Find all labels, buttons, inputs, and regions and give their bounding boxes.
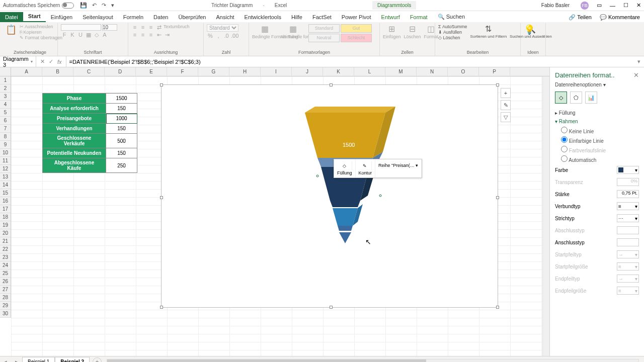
row-header[interactable]: 14 [0,181,11,189]
sheet-tab-active[interactable]: Beispiel 2 [55,357,90,363]
col-header[interactable]: F [167,67,198,76]
row-header[interactable]: 17 [0,205,11,213]
tab-format[interactable]: Format [405,12,433,22]
col-header[interactable]: K [323,67,354,76]
pane-tab-fill-icon[interactable]: ◇ [555,92,567,104]
row-header[interactable]: 12 [0,165,11,173]
col-header[interactable]: B [42,67,73,76]
mini-fill[interactable]: ◇Füllung [334,159,356,177]
tab-factset[interactable]: FactSet [307,12,337,22]
toggle-icon[interactable] [62,3,74,9]
enter-formula-icon[interactable]: ✓ [49,58,53,65]
formula-input[interactable]: =DATENREIHE('Beispiel 2'!$B$6;;'Beispiel… [66,59,634,65]
transparency-input[interactable]: 0% [617,178,639,186]
row-header[interactable]: 29 [0,302,11,310]
ideas-button[interactable]: 💡 [524,24,535,35]
tab-view[interactable]: Ansicht [211,12,239,22]
color-picker[interactable]: ▾ [617,166,639,174]
close-icon[interactable]: ✕ [636,2,641,9]
vertical-scrollbar[interactable] [542,76,549,356]
row-header[interactable]: 15 [0,189,11,197]
row-header[interactable]: 4 [0,101,11,109]
col-header[interactable]: H [229,67,261,76]
row-header[interactable]: 23 [0,253,11,261]
compound-picker[interactable]: ≡▾ [617,202,639,210]
row-header[interactable]: 10 [0,149,11,157]
sort-filter[interactable]: ⇅Sortieren und Filtern [470,24,507,39]
tab-data[interactable]: Daten [148,12,173,22]
share-button[interactable]: 🔗 Teilen [565,13,596,22]
row-header[interactable]: 20 [0,229,11,237]
join-picker[interactable] [617,238,639,246]
tab-formulas[interactable]: Formeln [118,12,148,22]
sheet-nav-next[interactable]: ▸ [11,358,22,362]
chart-styles-button[interactable]: ✎ [501,100,511,110]
col-header[interactable]: M [385,67,417,76]
row-header[interactable]: 7 [0,125,11,133]
qat-more-icon[interactable]: ▾ [111,2,114,9]
name-box[interactable]: Diagramm 3 [0,56,36,67]
tab-insert[interactable]: Einfügen [46,12,77,22]
tab-help[interactable]: Hilfe [286,12,307,22]
row-header[interactable]: 5 [0,109,11,117]
expand-formula-icon[interactable]: ▾ [634,58,644,65]
row-header[interactable]: 9 [0,141,11,149]
col-header[interactable]: G [198,67,229,76]
col-header[interactable]: A [11,67,42,76]
undo-icon[interactable]: ↶ [92,2,97,9]
copy-button[interactable]: ⎘ Kopieren [20,30,62,35]
col-header[interactable]: I [261,67,292,76]
worksheet[interactable]: A B C D E F G H I J K L M N O P 12345678… [0,67,549,356]
add-sheet-button[interactable]: + [93,357,102,363]
horizontal-scrollbar[interactable] [107,359,639,363]
autosave-toggle[interactable]: Automatisches Speichern [3,3,74,9]
row-header[interactable]: 22 [0,245,11,253]
row-header[interactable]: 16 [0,197,11,205]
row-header[interactable]: 30 [0,310,11,318]
row-header[interactable]: 13 [0,173,11,181]
row-header[interactable]: 19 [0,221,11,229]
row-header[interactable]: 11 [0,157,11,165]
col-header[interactable]: J [292,67,323,76]
dash-picker[interactable]: ⋯▾ [617,214,639,222]
row-header[interactable]: 1 [0,76,11,84]
row-header[interactable]: 27 [0,286,11,294]
pane-tab-series-icon[interactable]: 📊 [585,92,597,104]
autosum-button[interactable]: Σ AutoSumme [438,24,467,29]
width-input[interactable]: 0,75 Pt. [617,190,639,198]
ribbon-display-icon[interactable]: ▭ [597,2,602,9]
row-header[interactable]: 25 [0,269,11,278]
col-header[interactable]: P [479,67,510,76]
maximize-icon[interactable]: ☐ [623,2,628,9]
cut-button[interactable]: ✂ Ausschneiden [20,24,62,29]
fx-icon[interactable]: fx [57,59,62,65]
row-header[interactable]: 28 [0,294,11,302]
comments-button[interactable]: 💬 Kommentare [596,13,644,22]
tab-file[interactable]: Datei [0,12,23,22]
row-header[interactable]: 8 [0,133,11,141]
cells-delete[interactable]: ⊟Löschen [404,24,421,39]
user-name[interactable]: Fabio Basler [541,3,570,8]
row-header[interactable]: 26 [0,278,11,286]
col-header[interactable]: E [136,67,167,76]
opt-solid-line[interactable]: Einfarbige Linie [561,135,639,145]
chart-object[interactable]: + ✎ ▽ 1500 [161,84,498,308]
pane-subtitle[interactable]: Datenreihenoptionen ▾ [555,82,639,87]
tab-powerpivot[interactable]: Power Pivot [337,12,376,22]
fill-button[interactable]: ⬇ Ausfüllen [438,30,467,35]
row-header[interactable]: 18 [0,213,11,221]
mini-toolbar[interactable]: ◇Füllung ✎Kontur Reihe "Preisan(… ▾ [334,159,422,178]
col-header[interactable]: N [417,67,448,76]
row-header[interactable]: 21 [0,237,11,245]
tab-review[interactable]: Überprüfen [173,12,211,22]
data-table[interactable]: Phase1500 Analyse erforderlich150 Preisa… [42,93,137,173]
redo-icon[interactable]: ↷ [102,2,106,9]
pane-tab-effects-icon[interactable]: ⬠ [570,92,582,104]
select-all-corner[interactable] [0,67,11,76]
minimize-icon[interactable]: — [610,3,615,9]
tab-layout[interactable]: Seitenlayout [77,12,118,22]
row-header[interactable]: 6 [0,117,11,125]
mini-series-dropdown[interactable]: Reihe "Preisan(… ▾ [375,159,422,177]
col-header[interactable]: L [354,67,385,76]
opt-no-line[interactable]: Keine Linie [561,126,639,135]
